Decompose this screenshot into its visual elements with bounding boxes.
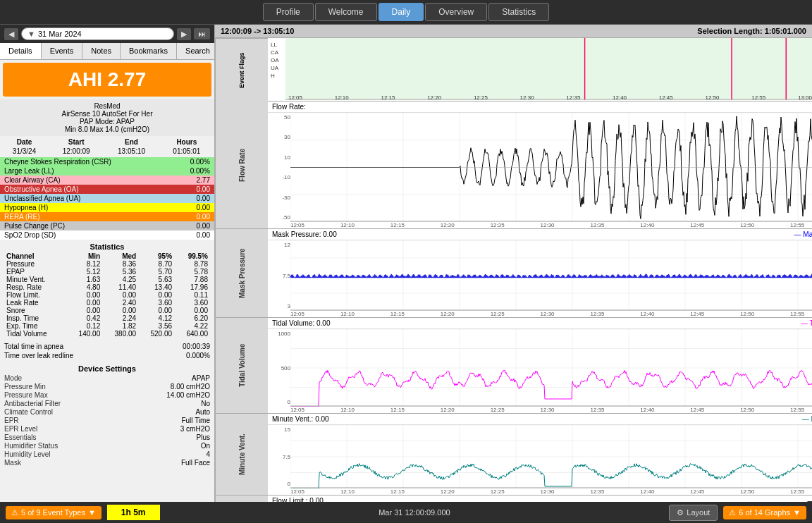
skip-date-button[interactable]: ⏭	[194, 28, 210, 39]
graphs-badge[interactable]: ⚠ 6 of 14 Graphs ▼	[723, 506, 806, 519]
tab-daily[interactable]: Daily	[379, 3, 424, 21]
event-value: 0.00%	[190, 167, 210, 175]
tab-profile[interactable]: Profile	[263, 3, 314, 21]
chart-canvas-flow-rate[interactable]	[290, 113, 812, 222]
stat-value: 0.00	[102, 291, 138, 299]
event-flags-chart[interactable]: LL CA OA UA H 12:0512:1012:1	[268, 38, 812, 101]
chart-content-mask-pressure[interactable]: Mask Pressure: 0.00— Mask Pressure127.53…	[268, 229, 812, 317]
stat-channel: Snore	[4, 307, 66, 314]
statistics-table: Channel Min Med 95% 99.5% Pressure8.128.…	[4, 252, 210, 338]
event-value: 0.00	[197, 213, 210, 221]
stat-col-995: 99.5%	[174, 252, 210, 260]
current-date: 31 Mar 2024	[38, 30, 82, 38]
chart-content-flow-rate[interactable]: Flow Rate:503010-10-30-5012:0512:1012:15…	[268, 101, 812, 228]
chart-title-row: Flow Limit.: 0.00— Flow Limit.	[268, 496, 812, 502]
tab-notes[interactable]: Notes	[82, 43, 121, 59]
left-panel: ◀ ▼ 31 Mar 2024 ▶ ⏭ Details Events Notes…	[0, 25, 215, 502]
device-setting-row: MaskFull Face	[4, 459, 210, 467]
stat-value: 520.00	[138, 330, 174, 338]
stat-value: 3.60	[138, 299, 174, 307]
chart-content-tidal-volume[interactable]: Tidal Volume: 0.00— Tidal Volume10005000…	[268, 318, 812, 413]
statistics-section: Statistics Channel Min Med 95% 99.5% Pre…	[0, 240, 214, 340]
event-row: Unclassified Apnea (UA)0.00	[0, 194, 214, 203]
device-setting-row: Humidifier StatusOn	[4, 442, 210, 450]
duration-badge[interactable]: 1h 5m	[107, 505, 160, 520]
event-row: Cheyne Stokes Respiration (CSR)0.00%	[0, 157, 214, 166]
pap-mode: PAP Mode: APAP	[3, 118, 211, 125]
tab-bookmarks[interactable]: Bookmarks	[121, 43, 177, 59]
stats-row: Leak Rate0.002.403.603.60	[4, 299, 210, 307]
prev-date-button[interactable]: ◀	[4, 28, 18, 40]
chart-container-mask-pressure: Mask PressureMask Pressure: 0.00— Mask P…	[215, 229, 812, 318]
stats-row: Flow Limit.0.000.000.000.11	[4, 291, 210, 299]
chart-canvas-mask-pressure[interactable]	[290, 240, 812, 311]
statistics-title: Statistics	[4, 242, 210, 251]
event-row: Hypopnea (H)0.00	[0, 203, 214, 212]
device-settings-title: Device Settings	[4, 364, 210, 373]
device-setting-row: EPR Level3 cmH2O	[4, 425, 210, 433]
chart-label-mask-pressure: Mask Pressure	[215, 229, 268, 317]
stat-value: 2.40	[102, 299, 138, 307]
device-setting-value: Full Time	[181, 417, 210, 424]
tab-events[interactable]: Events	[42, 43, 83, 59]
stat-value: 640.00	[174, 330, 210, 338]
event-types-label: 5 of 9 Event Types	[21, 508, 85, 517]
device-setting-label: Climate Control	[4, 408, 53, 416]
next-date-button[interactable]: ▶	[177, 28, 191, 40]
events-list: Cheyne Stokes Respiration (CSR)0.00%Larg…	[0, 157, 214, 240]
stat-value: 5.36	[102, 268, 138, 276]
device-setting-label: Pressure Max	[4, 391, 48, 399]
stat-value: 11.40	[102, 283, 138, 291]
y-axis-labels: 10005000	[268, 329, 290, 407]
chart-container-minute-vent: Minute Vent.Minute Vent.: 0.00— Minute V…	[215, 414, 812, 496]
stat-value: 4.80	[66, 283, 102, 291]
bottom-timestamp: Mar 31 12:00:09.000	[379, 508, 450, 517]
device-setting-value: 8.00 cmH2O	[171, 383, 210, 390]
event-label: Large Leak (LL)	[4, 167, 54, 175]
chart-canvas-tidal-volume[interactable]	[290, 329, 812, 407]
x-ticks-row: 12:0512:1012:1512:2012:2512:3012:3512:40…	[268, 488, 812, 495]
chart-title: Flow Limit.: 0.00	[272, 497, 324, 502]
tab-overview[interactable]: Overview	[425, 3, 487, 21]
tab-statistics[interactable]: Statistics	[488, 3, 549, 21]
tab-search[interactable]: Search	[177, 43, 215, 59]
chart-container-tidal-volume: Tidal VolumeTidal Volume: 0.00— Tidal Vo…	[215, 318, 812, 414]
stat-value: 8.36	[102, 260, 138, 268]
chart-header-bar: 12:00:09 -> 13:05:10 Selection Length: 1…	[215, 25, 812, 38]
date-dropdown[interactable]: ▼ 31 Mar 2024	[21, 27, 174, 40]
event-row: Clear Airway (CA)2.77	[0, 176, 214, 185]
layout-button[interactable]: ⚙ Layout	[669, 505, 718, 521]
event-row: Large Leak (LL)0.00%	[0, 166, 214, 176]
tab-welcome[interactable]: Welcome	[315, 3, 377, 21]
device-setting-value: 4	[206, 450, 210, 458]
chart-content-minute-vent[interactable]: Minute Vent.: 0.00— Minute Vent.157.5012…	[268, 414, 812, 495]
svg-rect-0	[285, 38, 812, 100]
stat-value: 0.00	[138, 307, 174, 314]
stat-value: 5.12	[66, 268, 102, 276]
stats-row: Pressure8.128.368.708.78	[4, 260, 210, 268]
session-table: Date Start End Hours 31/3/24 12:00:09 13…	[0, 137, 214, 156]
charts-area: 12:00:09 -> 13:05:10 Selection Length: 1…	[215, 25, 812, 502]
session-start: 12:00:09	[49, 147, 104, 156]
stat-channel: Insp. Time	[4, 314, 66, 322]
stat-value: 4.22	[174, 322, 210, 330]
stat-value: 5.63	[138, 276, 174, 283]
event-types-badge[interactable]: ⚠ 5 of 9 Event Types ▼	[6, 506, 102, 519]
stat-value: 0.00	[66, 291, 102, 299]
event-value: 2.77	[197, 176, 210, 184]
event-label: Cheyne Stokes Respiration (CSR)	[4, 158, 111, 166]
ahi-value: AHI 2.77	[8, 68, 206, 91]
leak-label: Time over leak redline	[4, 352, 73, 359]
pressure-range: Min 8.0 Max 14.0 (cmH2O)	[3, 125, 211, 133]
device-setting-value: Plus	[197, 433, 210, 441]
session-end: 13:05:10	[104, 147, 159, 156]
graphs-warning-icon: ⚠	[729, 508, 736, 517]
chart-content-flow-limit[interactable]: Flow Limit.: 0.00— Flow Limit.0.210.130.…	[268, 496, 812, 502]
device-setting-label: Essentials	[4, 433, 37, 441]
warning-icon: ⚠	[11, 508, 18, 517]
tab-details[interactable]: Details	[0, 43, 42, 59]
device-setting-value: 3 cmH2O	[180, 425, 210, 433]
chart-canvas-minute-vent[interactable]	[290, 425, 812, 488]
event-value: 0.00	[197, 195, 210, 202]
event-row: Pulse Change (PC)0.00	[0, 221, 214, 230]
